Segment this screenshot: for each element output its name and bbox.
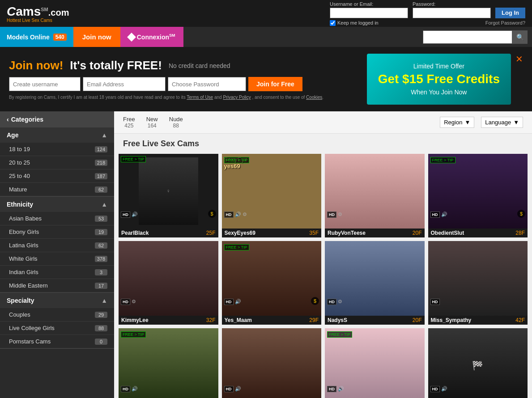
sidebar-item-college[interactable]: Live College Girls 88 bbox=[0, 322, 114, 335]
login-button[interactable]: Log In bbox=[495, 8, 525, 18]
age-18-19-count: 124 bbox=[95, 146, 107, 152]
password-input[interactable] bbox=[413, 8, 491, 18]
hd-badge: HD bbox=[224, 299, 234, 305]
cam-card-pearlblack[interactable]: ♀ FREE > TIP HD 🔊 $ PearlBlack 2 bbox=[119, 154, 218, 237]
cam-card-row3-3[interactable]: FREE > TIP HD 🔊 bbox=[325, 328, 425, 398]
choose-password-input[interactable] bbox=[168, 77, 246, 91]
sidebar-item-asian[interactable]: Asian Babes 53 bbox=[0, 212, 114, 225]
age-section: Age ▲ 18 to 19 124 20 to 25 218 25 to 40… bbox=[0, 127, 114, 197]
offer-amount: Get $15 Free Credits bbox=[378, 72, 500, 86]
couples-label: Couples bbox=[9, 311, 30, 318]
search-input[interactable] bbox=[423, 30, 512, 44]
privacy-link[interactable]: Privacy Policy bbox=[223, 95, 251, 100]
create-username-input[interactable] bbox=[9, 77, 81, 91]
sidebar-item-middle-eastern[interactable]: Middle Eastern 17 bbox=[0, 279, 114, 292]
sidebar-item-25to40[interactable]: 25 to 40 187 bbox=[0, 169, 114, 183]
filter-free-tab[interactable]: Free 425 bbox=[123, 116, 135, 129]
site-logo[interactable]: CamsSM.com Hottest Live Sex Cams bbox=[7, 4, 69, 23]
cam-card-nadyss[interactable]: HD ⚙ NadysS 20F bbox=[325, 241, 425, 325]
sidebar-item-white[interactable]: White Girls 378 bbox=[0, 252, 114, 266]
cam-name: KimmyLee bbox=[121, 317, 149, 323]
forgot-password-link[interactable]: Forgot Password? bbox=[485, 20, 525, 25]
cam-card-rubyvonteese[interactable]: HD ⚙ RubyVonTeese 20F bbox=[325, 154, 425, 237]
cam-name: ObedientSlut bbox=[431, 230, 464, 236]
sidebar-item-18to19[interactable]: 18 to 19 124 bbox=[0, 143, 114, 156]
sidebar: ‹ Categories Age ▲ 18 to 19 124 20 to 25… bbox=[0, 111, 114, 398]
language-chevron-icon: ▼ bbox=[513, 119, 519, 126]
close-banner-button[interactable]: ✕ bbox=[515, 54, 523, 64]
join-now-button[interactable]: Join now bbox=[73, 27, 120, 47]
specialty-section-header[interactable]: Specialty ▲ bbox=[0, 293, 114, 308]
keep-logged-checkbox[interactable] bbox=[330, 20, 336, 26]
cam-card-row3-2[interactable]: HD 🔊 bbox=[222, 328, 322, 398]
cam-name: PearlBlack bbox=[121, 230, 149, 236]
search-button[interactable]: 🔍 bbox=[512, 30, 528, 44]
cookies-link[interactable]: Cookies bbox=[306, 95, 322, 100]
filter-nude-tab[interactable]: Nude 88 bbox=[169, 116, 183, 129]
cam-card-yes-maam[interactable]: FREE > TIP HD 🔊 $ Yes_Maam 29F bbox=[222, 241, 322, 325]
offer-title: Limited Time Offer bbox=[378, 63, 500, 70]
username-input[interactable] bbox=[330, 8, 408, 18]
join-offer-box[interactable]: Limited Time Offer Get $15 Free Credits … bbox=[367, 54, 511, 105]
settings-icon: ⚙ bbox=[132, 299, 136, 305]
language-dropdown[interactable]: Language ▼ bbox=[481, 117, 523, 128]
email-address-input[interactable] bbox=[83, 77, 166, 91]
cam-card-obedientslut[interactable]: FREE > TIP HD 🔊 $ ObedientSlut 28F bbox=[428, 154, 528, 237]
cam-info: NadysS 20F bbox=[325, 316, 425, 325]
sidebar-item-20to25[interactable]: 20 to 25 218 bbox=[0, 156, 114, 169]
sound-icon: 🔊 bbox=[441, 386, 447, 392]
join-for-free-button[interactable]: Join for Free bbox=[248, 77, 302, 91]
sidebar-item-pornstars[interactable]: Pornstars Cams 0 bbox=[0, 335, 114, 348]
password-field-group: Password: bbox=[413, 1, 491, 18]
cam-card-row3-4[interactable]: 🏁 HD 🔊 bbox=[428, 328, 528, 398]
join-headline: Join now! It's totally FREE! No credit c… bbox=[9, 59, 367, 72]
hd-badge: HD bbox=[224, 212, 234, 218]
sidebar-item-indian[interactable]: Indian Girls 3 bbox=[0, 266, 114, 279]
cam-info: SexyEyes69 35F bbox=[222, 229, 322, 237]
middle-eastern-label: Middle Eastern bbox=[9, 282, 48, 289]
connexion-button[interactable]: ConnexionSM bbox=[120, 27, 183, 47]
hd-badge: HD bbox=[327, 386, 336, 392]
sound-icon: 🔊 bbox=[441, 212, 447, 217]
username-label: Username or Email: bbox=[330, 1, 408, 7]
cam-age: 20F bbox=[413, 230, 422, 236]
cam-card-kimmylee[interactable]: HD ⚙ KimmyLee 32F bbox=[119, 241, 218, 325]
cam-card-row3-1[interactable]: FREE > TIP HD 🔊 bbox=[119, 328, 218, 398]
middle-eastern-count: 17 bbox=[95, 283, 107, 289]
keep-logged-label[interactable]: Keep me logged in bbox=[330, 20, 379, 26]
main-layout: ‹ Categories Age ▲ 18 to 19 124 20 to 25… bbox=[0, 111, 532, 398]
free-tip-badge: FREE > TIP bbox=[430, 157, 455, 163]
cam-card-sexyeyes69[interactable]: SexyEyeyes69 FREE > TIP HD 🔊 ⚙ SexyEyes6… bbox=[222, 154, 322, 237]
nude-tab-label: Nude bbox=[169, 116, 183, 123]
age-25-40-label: 25 to 40 bbox=[9, 173, 30, 179]
sidebar-item-mature[interactable]: Mature 62 bbox=[0, 183, 114, 196]
sidebar-item-couples[interactable]: Couples 29 bbox=[0, 308, 114, 322]
categories-label: Categories bbox=[11, 116, 43, 123]
ebony-girls-label: Ebony Girls bbox=[9, 229, 39, 235]
filter-new-tab[interactable]: New 164 bbox=[146, 116, 158, 129]
terms-link[interactable]: Terms of Use bbox=[187, 95, 213, 100]
join-form: Join for Free bbox=[9, 77, 367, 91]
college-girls-count: 88 bbox=[95, 325, 107, 331]
sound-icon: 🔊 bbox=[338, 386, 344, 392]
cam-age: 28F bbox=[515, 230, 525, 236]
language-label: Language bbox=[485, 119, 511, 126]
dollar-icon: $ bbox=[311, 297, 319, 305]
settings-icon: ⚙ bbox=[338, 299, 342, 305]
categories-header[interactable]: ‹ Categories bbox=[0, 111, 114, 127]
sidebar-item-latina[interactable]: Latina Girls 62 bbox=[0, 239, 114, 252]
specialty-label: Specialty bbox=[7, 297, 34, 304]
no-cc-text: No credit card needed bbox=[169, 62, 230, 69]
connexion-label: ConnexionSM bbox=[137, 33, 175, 41]
ethnicity-section-header[interactable]: Ethnicity ▲ bbox=[0, 197, 114, 212]
terms-text: By registering on Cams, I certify I am a… bbox=[9, 95, 367, 100]
back-icon: ‹ bbox=[7, 116, 9, 123]
ethnicity-arrow-icon: ▲ bbox=[101, 201, 107, 208]
models-online-button[interactable]: Models Online 540 bbox=[0, 27, 73, 47]
ethnicity-label: Ethnicity bbox=[7, 201, 33, 208]
sidebar-item-ebony[interactable]: Ebony Girls 19 bbox=[0, 225, 114, 239]
content-area: Free 425 New 164 Nude 88 Region ▼ Langua… bbox=[114, 111, 532, 398]
region-dropdown[interactable]: Region ▼ bbox=[440, 117, 474, 128]
cam-card-miss-sympathy[interactable]: HD Miss_Sympathy 42F bbox=[428, 241, 528, 325]
age-section-header[interactable]: Age ▲ bbox=[0, 127, 114, 143]
